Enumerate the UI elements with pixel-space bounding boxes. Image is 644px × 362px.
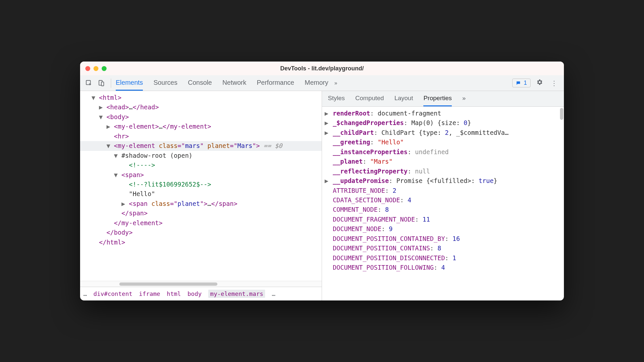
expand-toggle-icon[interactable]: ▶ (107, 123, 110, 130)
breadcrumb: …div#contentiframehtmlbodymy-element.mar… (80, 287, 322, 300)
dom-node[interactable]: ▶ <my-element>…</my-element> (80, 122, 322, 131)
breadcrumb-ellipsis[interactable]: … (272, 290, 275, 297)
property-row[interactable]: ▶ DOCUMENT_POSITION_CONTAINED_BY: 16 (325, 234, 561, 244)
expand-toggle-icon: ▶ (325, 168, 328, 175)
breadcrumb-item[interactable]: iframe (139, 290, 160, 297)
dom-node[interactable]: ▼ <my-element class="mars" planet="Mars"… (80, 141, 322, 151)
expand-toggle-icon: ▶ (325, 235, 328, 242)
property-row[interactable]: ▶ DOCUMENT_POSITION_CONTAINS: 8 (325, 244, 561, 253)
main-content: ▼ <html> ▶ <head>…</head> ▼ <body> ▶ <my… (80, 91, 564, 300)
property-row[interactable]: ▶ DOCUMENT_POSITION_FOLLOWING: 4 (325, 263, 561, 272)
property-row[interactable]: ▶ renderRoot: document-fragment (325, 109, 561, 118)
toolbar-divider (111, 79, 111, 88)
dom-node[interactable]: ▶ <head>…</head> (80, 102, 322, 112)
elements-panel: ▼ <html> ▶ <head>…</head> ▼ <body> ▶ <my… (80, 91, 322, 300)
property-row[interactable]: ▶ __greeting: "Hello" (325, 137, 561, 147)
property-row[interactable]: ▶ __childPart: ChildPart {type: 2, _$com… (325, 128, 561, 137)
expand-toggle-icon: ▶ (325, 196, 328, 204)
expand-toggle-icon[interactable]: ▶ (325, 129, 328, 136)
expand-toggle-icon[interactable]: ▼ (114, 152, 118, 159)
breadcrumb-item[interactable]: html (167, 290, 181, 297)
more-sidebar-tabs-icon[interactable]: » (462, 91, 466, 106)
breadcrumb-item[interactable]: my-element.mars (208, 290, 265, 298)
inspect-element-icon[interactable] (84, 78, 94, 88)
tab-sources[interactable]: Sources (153, 75, 177, 91)
dom-node[interactable]: ▼ <body> (80, 112, 322, 122)
dom-node[interactable]: </html> (80, 238, 322, 247)
close-window-button[interactable] (85, 66, 90, 71)
property-row[interactable]: ▶ DOCUMENT_POSITION_DISCONNECTED: 1 (325, 253, 561, 263)
property-row[interactable]: ▶ __reflectingProperty: null (325, 167, 561, 176)
expand-toggle-icon[interactable]: ▶ (99, 103, 103, 111)
minimize-window-button[interactable] (93, 66, 98, 71)
dom-node[interactable]: <!----> (80, 160, 322, 170)
breadcrumb-ellipsis[interactable]: … (83, 290, 87, 297)
sidebar-panel: StylesComputedLayoutProperties» ▶ render… (322, 91, 564, 300)
dom-node[interactable]: <!--?lit$106992652$--> (80, 180, 322, 189)
sidebar-tab-styles[interactable]: Styles (328, 91, 345, 106)
expand-toggle-icon[interactable]: ▶ (121, 200, 125, 207)
expand-toggle-icon: ▶ (325, 206, 328, 213)
tab-memory[interactable]: Memory (305, 75, 328, 91)
property-row[interactable]: ▶ __planet: "Mars" (325, 157, 561, 166)
expand-toggle-icon[interactable]: ▼ (99, 113, 103, 120)
dom-node[interactable]: ▼ #shadow-root (open) (80, 151, 322, 160)
property-row[interactable]: ▶ DOCUMENT_NODE: 9 (325, 224, 561, 234)
tab-elements[interactable]: Elements (116, 75, 143, 91)
expand-toggle-icon[interactable]: ▶ (325, 177, 328, 184)
expand-toggle-icon: ▶ (325, 138, 328, 146)
dom-tree[interactable]: ▼ <html> ▶ <head>…</head> ▼ <body> ▶ <my… (80, 91, 322, 281)
expand-toggle-icon[interactable]: ▼ (92, 94, 95, 101)
sidebar-tab-properties[interactable]: Properties (423, 91, 452, 106)
horizontal-scrollbar[interactable] (80, 281, 322, 287)
tab-performance[interactable]: Performance (257, 75, 295, 91)
property-row[interactable]: ▶ __instanceProperties: undefined (325, 147, 561, 157)
properties-list[interactable]: ▶ renderRoot: document-fragment▶ _$chang… (322, 107, 564, 300)
dom-node[interactable]: ▼ <span> (80, 170, 322, 180)
dom-node[interactable]: ▶ <span class="planet">…</span> (80, 199, 322, 208)
issues-count: 1 (524, 80, 527, 86)
property-row[interactable]: ▶ CDATA_SECTION_NODE: 4 (325, 195, 561, 205)
sidebar-tabs: StylesComputedLayoutProperties» (322, 91, 564, 107)
breadcrumb-item[interactable]: body (187, 290, 201, 297)
expand-toggle-icon[interactable]: ▶ (325, 110, 328, 117)
issues-badge[interactable]: 1 (512, 79, 531, 87)
dom-node[interactable]: </span> (80, 208, 322, 218)
svg-rect-2 (101, 82, 104, 86)
sidebar-tab-computed[interactable]: Computed (355, 91, 384, 106)
dom-node[interactable]: </body> (80, 228, 322, 237)
titlebar: DevTools - lit.dev/playground/ (80, 62, 564, 75)
expand-toggle-icon: ▶ (325, 187, 328, 194)
dom-node[interactable]: ▼ <html> (80, 93, 322, 102)
expand-toggle-icon: ▶ (325, 158, 328, 165)
expand-toggle-icon: ▶ (325, 254, 328, 262)
expand-toggle-icon: ▶ (325, 148, 328, 155)
expand-toggle-icon: ▶ (325, 225, 328, 232)
kebab-menu-icon[interactable]: ⋮ (548, 79, 560, 87)
main-toolbar: ElementsSourcesConsoleNetworkPerformance… (80, 75, 564, 91)
expand-toggle-icon: ▶ (325, 244, 328, 252)
expand-toggle-icon[interactable]: ▼ (107, 142, 110, 149)
vertical-scrollbar[interactable] (560, 108, 563, 120)
dom-node[interactable]: </my-element> (80, 218, 322, 228)
device-toolbar-icon[interactable] (96, 78, 106, 88)
more-tabs-icon[interactable]: » (331, 78, 341, 88)
tab-network[interactable]: Network (222, 75, 246, 91)
window-title: DevTools - lit.dev/playground/ (280, 65, 364, 72)
expand-toggle-icon: ▶ (325, 264, 328, 271)
devtools-window: DevTools - lit.dev/playground/ ElementsS… (80, 62, 564, 300)
expand-toggle-icon[interactable]: ▼ (114, 171, 118, 178)
sidebar-tab-layout[interactable]: Layout (394, 91, 413, 106)
maximize-window-button[interactable] (102, 66, 107, 71)
settings-gear-icon[interactable] (533, 79, 546, 87)
property-row[interactable]: ▶ COMMENT_NODE: 8 (325, 205, 561, 214)
tab-console[interactable]: Console (188, 75, 212, 91)
property-row[interactable]: ▶ __updatePromise: Promise {<fulfilled>:… (325, 176, 561, 186)
expand-toggle-icon[interactable]: ▶ (325, 119, 328, 126)
dom-node[interactable]: <hr> (80, 132, 322, 141)
dom-node[interactable]: "Hello" (80, 189, 322, 199)
property-row[interactable]: ▶ ATTRIBUTE_NODE: 2 (325, 186, 561, 195)
property-row[interactable]: ▶ _$changedProperties: Map(0) {size: 0} (325, 118, 561, 128)
breadcrumb-item[interactable]: div#content (93, 290, 132, 297)
property-row[interactable]: ▶ DOCUMENT_FRAGMENT_NODE: 11 (325, 215, 561, 224)
